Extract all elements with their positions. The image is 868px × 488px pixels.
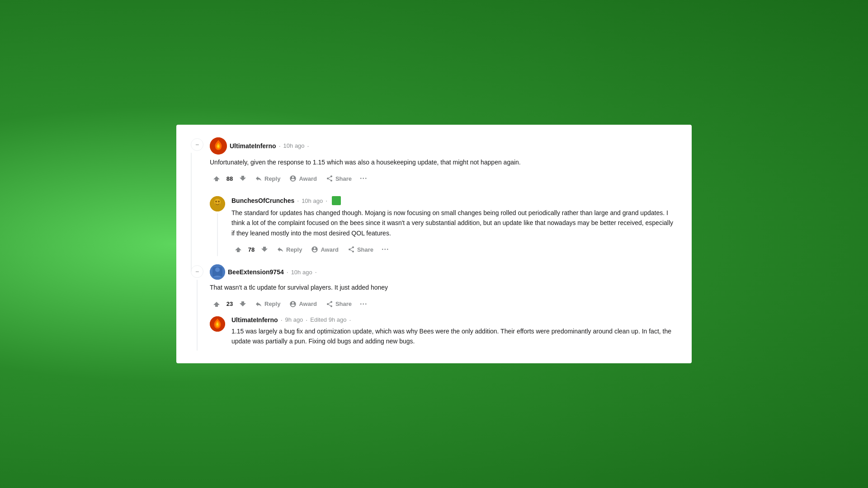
reply-body-bunchesofcrunches: BunchesOfCrunches · 10h ago · The standa… bbox=[231, 196, 677, 256]
reply-meta-bunchesofcrunches: BunchesOfCrunches · 10h ago · bbox=[231, 196, 677, 205]
vote-section-1: 88 bbox=[210, 172, 250, 185]
avatar-ultimateinferno-sm bbox=[210, 316, 225, 332]
reply-text-ui2: 1.15 was largely a bug fix and optimizat… bbox=[231, 326, 677, 347]
svg-point-2 bbox=[214, 199, 221, 205]
share-button-r1[interactable]: Share bbox=[344, 244, 377, 255]
upvote-button-1[interactable] bbox=[210, 172, 223, 185]
sep-1: · bbox=[279, 142, 281, 150]
downvote-button-1[interactable] bbox=[236, 172, 250, 185]
collapse-button-1[interactable]: − bbox=[191, 138, 203, 151]
comment-card: − UltimateInferno bbox=[176, 125, 692, 364]
replies-1: BunchesOfCrunches · 10h ago · The standa… bbox=[210, 191, 677, 256]
comment-body-2: BeeExtension9754 · 10h ago · That wasn't… bbox=[210, 264, 677, 351]
reply-text-bunchesofcrunches: The standard for updates has changed tho… bbox=[231, 208, 677, 238]
comment-section: − UltimateInferno bbox=[191, 137, 677, 351]
vote-section-r1: 78 bbox=[231, 243, 271, 256]
replies-inner-1: BunchesOfCrunches · 10h ago · The standa… bbox=[210, 191, 677, 256]
reply-ultimateinferno-2: UltimateInferno · 9h ago · Edited 9h ago… bbox=[210, 316, 677, 351]
thread-line-2 bbox=[197, 280, 198, 351]
reply-button-2[interactable]: Reply bbox=[251, 298, 284, 310]
timestamp-ui2: 9h ago bbox=[285, 316, 303, 323]
comment-beeextension: − BeeExtension9754 · 10h ago bbox=[191, 264, 677, 351]
comment-ultimateinferno: − UltimateInferno bbox=[191, 137, 677, 257]
replies-inner-2: UltimateInferno · 9h ago · Edited 9h ago… bbox=[210, 316, 677, 351]
vote-count-1: 88 bbox=[225, 175, 234, 182]
username-beeextension: BeeExtension9754 bbox=[228, 268, 284, 276]
timestamp-1: 10h ago bbox=[283, 142, 305, 149]
reply-bunchesofcrunches: BunchesOfCrunches · 10h ago · The standa… bbox=[210, 196, 677, 256]
username-1: UltimateInferno bbox=[230, 142, 276, 150]
award-button-r1[interactable]: Award bbox=[307, 244, 342, 255]
reply-body-ultimateinferno-2: UltimateInferno · 9h ago · Edited 9h ago… bbox=[231, 316, 677, 351]
comment-text-2: That wasn't a tlc update for survival pl… bbox=[210, 282, 677, 292]
username-bunchesofcrunches: BunchesOfCrunches bbox=[231, 197, 294, 204]
vote-count-r1: 78 bbox=[247, 246, 256, 253]
comment-text-1: Unfortunately, given the response to 1.1… bbox=[210, 157, 677, 167]
flair-bunchesofcrunches bbox=[332, 196, 341, 205]
action-bar-1: 88 Reply Award Sha bbox=[210, 172, 677, 185]
username-ui2: UltimateInferno bbox=[231, 316, 278, 324]
edited-ui2: Edited 9h ago bbox=[310, 316, 346, 323]
collapse-button-2[interactable]: − bbox=[191, 265, 203, 278]
comment-meta-1: UltimateInferno · 10h ago · bbox=[210, 137, 677, 155]
upvote-r1[interactable] bbox=[231, 243, 245, 256]
downvote-r1[interactable] bbox=[258, 243, 271, 256]
thread-line-1 bbox=[191, 153, 192, 272]
upvote-button-2[interactable] bbox=[210, 297, 223, 311]
vote-section-2: 23 bbox=[210, 297, 250, 311]
reply-action-bar-bunchesofcrunches: 78 Reply bbox=[231, 243, 677, 256]
avatar-ultimateinferno bbox=[210, 137, 227, 155]
more-button-r1[interactable]: ··· bbox=[379, 243, 392, 256]
more-button-1[interactable]: ··· bbox=[357, 172, 370, 185]
reply-button-1[interactable]: Reply bbox=[251, 173, 284, 184]
avatar-bunchesofcrunches bbox=[210, 196, 225, 211]
svg-point-4 bbox=[218, 201, 220, 202]
more-button-2[interactable]: ··· bbox=[357, 298, 370, 310]
thread-line-r1 bbox=[217, 213, 218, 256]
downvote-button-2[interactable] bbox=[236, 297, 250, 311]
replies-2: UltimateInferno · 9h ago · Edited 9h ago… bbox=[210, 316, 677, 351]
share-button-1[interactable]: Share bbox=[322, 173, 355, 184]
sep-1b: · bbox=[307, 142, 309, 150]
award-button-2[interactable]: Award bbox=[286, 298, 321, 310]
vote-count-2: 23 bbox=[225, 300, 234, 307]
comment-meta-2: BeeExtension9754 · 10h ago · bbox=[210, 264, 677, 280]
comment-body-1: UltimateInferno · 10h ago · Unfortunatel… bbox=[210, 137, 677, 257]
share-button-2[interactable]: Share bbox=[322, 298, 355, 310]
action-bar-2: 23 Reply Award Sha bbox=[210, 297, 677, 311]
reply-meta-ui2: UltimateInferno · 9h ago · Edited 9h ago… bbox=[231, 316, 677, 324]
avatar-beeextension bbox=[210, 264, 225, 280]
svg-point-3 bbox=[215, 201, 217, 202]
reply-button-r1[interactable]: Reply bbox=[273, 244, 306, 255]
svg-point-7 bbox=[215, 267, 220, 272]
award-button-1[interactable]: Award bbox=[286, 173, 321, 184]
timestamp-2: 10h ago bbox=[291, 269, 312, 276]
